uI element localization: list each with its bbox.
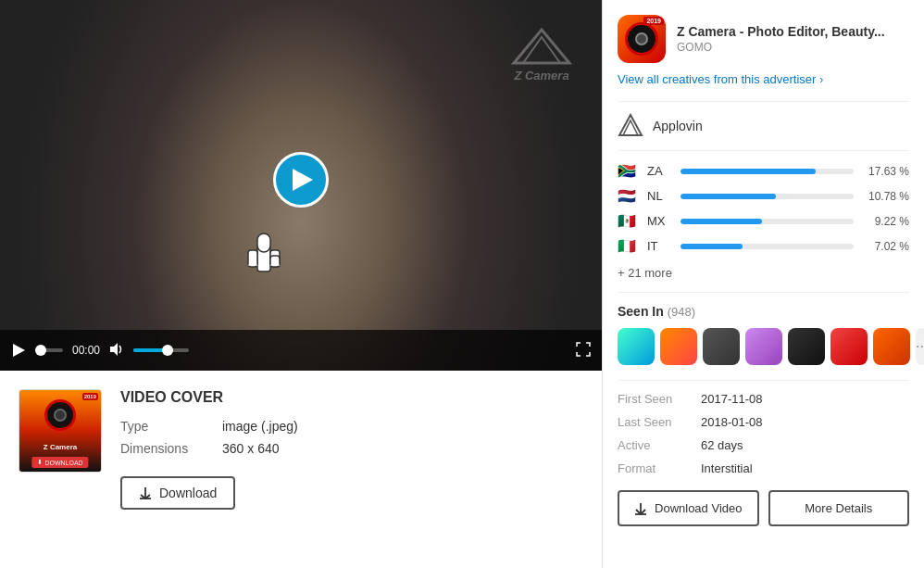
country-flag: 🇳🇱 bbox=[618, 187, 640, 205]
country-code: NL bbox=[647, 189, 673, 203]
play-button[interactable] bbox=[273, 152, 329, 208]
country-bar-fill bbox=[681, 219, 762, 224]
chevron-right-icon: › bbox=[819, 73, 823, 86]
svg-marker-0 bbox=[514, 30, 569, 63]
progress-dot bbox=[35, 345, 46, 356]
more-apps-button[interactable]: ··· bbox=[916, 328, 924, 365]
svg-marker-12 bbox=[619, 115, 642, 135]
left-panel: Z Camera bbox=[0, 0, 602, 568]
app-icons-row: ··· bbox=[618, 328, 909, 365]
first-seen-row: First Seen 2017-11-08 bbox=[618, 392, 909, 406]
type-row: Type image (.jpeg) bbox=[120, 419, 583, 434]
country-pct: 9.22 % bbox=[861, 215, 909, 228]
country-row: 🇳🇱 NL 10.78 % bbox=[618, 187, 909, 205]
video-player: Z Camera bbox=[0, 0, 602, 371]
divider-2 bbox=[618, 150, 909, 151]
network-row: Applovin bbox=[618, 113, 909, 139]
volume-bar[interactable] bbox=[133, 348, 189, 352]
app-icon: 2019 bbox=[618, 15, 666, 63]
more-details-label: More Details bbox=[805, 501, 872, 515]
first-seen-value: 2017-11-08 bbox=[701, 392, 763, 406]
play-icon bbox=[293, 169, 313, 191]
svg-marker-1 bbox=[523, 37, 560, 63]
right-panel: 2019 Z Camera - Photo Editor, Beauty... … bbox=[602, 0, 924, 568]
video-controls: 00:00 bbox=[0, 330, 602, 371]
video-thumbnail: 2019 Z Camera ⬇DOWNLOAD bbox=[19, 389, 102, 473]
watermark-text: Z Camera bbox=[514, 69, 568, 82]
more-details-button[interactable]: More Details bbox=[768, 490, 910, 526]
country-bar bbox=[681, 244, 854, 249]
dimensions-row: Dimensions 360 x 640 bbox=[120, 441, 583, 456]
country-pct: 17.63 % bbox=[861, 165, 909, 178]
seen-in-app-5[interactable] bbox=[788, 328, 825, 365]
divider-3 bbox=[618, 292, 909, 293]
more-countries-link[interactable]: + 21 more bbox=[618, 266, 672, 280]
video-cover-title: VIDEO COVER bbox=[120, 389, 583, 406]
app-icon-lens bbox=[635, 32, 648, 45]
video-watermark: Z Camera bbox=[509, 28, 574, 84]
svg-rect-3 bbox=[248, 250, 257, 267]
volume-icon[interactable] bbox=[109, 342, 124, 360]
download-button[interactable]: Download bbox=[120, 476, 235, 510]
divider-4 bbox=[618, 380, 909, 381]
dimensions-value: 360 x 640 bbox=[222, 441, 280, 456]
app-header: 2019 Z Camera - Photo Editor, Beauty... … bbox=[618, 15, 909, 63]
app-year-badge: 2019 bbox=[643, 17, 664, 25]
country-bar bbox=[681, 219, 854, 224]
cursor-indicator bbox=[241, 222, 287, 287]
video-background: Z Camera bbox=[0, 0, 602, 371]
type-label: Type bbox=[120, 419, 204, 434]
active-row: Active 62 days bbox=[618, 438, 909, 452]
play-pause-button[interactable] bbox=[11, 343, 26, 358]
country-bar-fill bbox=[681, 169, 816, 174]
seen-in-app-2[interactable] bbox=[660, 328, 697, 365]
dimensions-label: Dimensions bbox=[120, 441, 204, 456]
applovin-icon bbox=[618, 113, 643, 139]
first-seen-label: First Seen bbox=[618, 392, 701, 406]
country-flag: 🇿🇦 bbox=[618, 162, 640, 180]
country-bar-fill bbox=[681, 244, 743, 249]
network-name: Applovin bbox=[653, 119, 703, 133]
seen-in-app-3[interactable] bbox=[703, 328, 740, 365]
country-bar bbox=[681, 194, 854, 199]
bottom-buttons: Download Video More Details bbox=[618, 490, 909, 526]
last-seen-value: 2018-01-08 bbox=[701, 415, 763, 429]
app-title: Z Camera - Photo Editor, Beauty... bbox=[677, 24, 899, 39]
country-code: MX bbox=[647, 214, 673, 228]
last-seen-row: Last Seen 2018-01-08 bbox=[618, 415, 909, 429]
video-details: VIDEO COVER Type image (.jpeg) Dimension… bbox=[120, 389, 583, 549]
app-title-area: Z Camera - Photo Editor, Beauty... GOMO bbox=[677, 24, 909, 54]
volume-dot bbox=[162, 345, 173, 356]
fullscreen-button[interactable] bbox=[576, 342, 591, 360]
country-rows: 🇿🇦 ZA 17.63 % 🇳🇱 NL 10.78 % 🇲🇽 MX 9.22 %… bbox=[618, 162, 909, 255]
seen-in-app-6[interactable] bbox=[830, 328, 868, 365]
progress-bar[interactable] bbox=[35, 348, 63, 352]
country-row: 🇲🇽 MX 9.22 % bbox=[618, 212, 909, 230]
active-label: Active bbox=[618, 438, 701, 452]
seen-in-label: Seen In bbox=[618, 304, 664, 319]
format-label: Format bbox=[618, 461, 701, 475]
seen-in-app-7[interactable] bbox=[873, 328, 910, 365]
country-code: IT bbox=[647, 239, 673, 253]
country-pct: 7.02 % bbox=[861, 240, 909, 253]
format-row: Format Interstitial bbox=[618, 461, 909, 475]
download-video-label: Download Video bbox=[655, 501, 742, 515]
time-display: 00:00 bbox=[72, 344, 100, 357]
divider-1 bbox=[618, 101, 909, 102]
view-all-link[interactable]: View all creatives from this advertiser … bbox=[618, 72, 909, 86]
seen-in-app-1[interactable] bbox=[618, 328, 655, 365]
format-value: Interstitial bbox=[701, 461, 753, 475]
svg-rect-6 bbox=[257, 234, 270, 252]
type-value: image (.jpeg) bbox=[222, 419, 298, 434]
video-info: 2019 Z Camera ⬇DOWNLOAD VIDEO COVER Type… bbox=[0, 371, 602, 568]
download-video-button[interactable]: Download Video bbox=[618, 490, 759, 526]
seen-in-count: (948) bbox=[668, 305, 695, 319]
app-icon-inner bbox=[625, 22, 658, 56]
country-flag: 🇮🇹 bbox=[618, 237, 640, 255]
country-row: 🇮🇹 IT 7.02 % bbox=[618, 237, 909, 255]
active-value: 62 days bbox=[701, 438, 743, 452]
seen-in-app-4[interactable] bbox=[745, 328, 782, 365]
country-pct: 10.78 % bbox=[861, 190, 909, 203]
last-seen-label: Last Seen bbox=[618, 415, 701, 429]
download-label: Download bbox=[159, 486, 217, 500]
